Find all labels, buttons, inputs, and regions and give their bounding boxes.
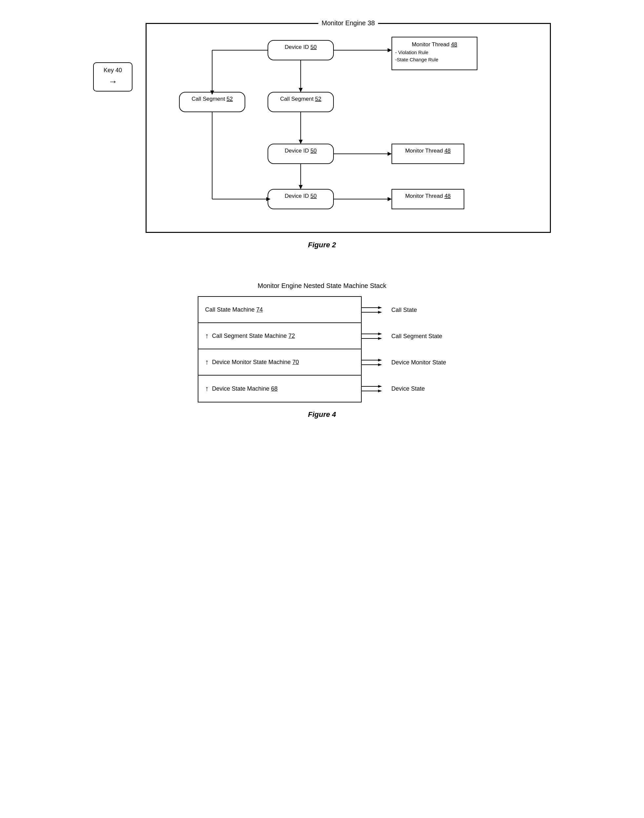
svg-marker-45 (378, 359, 382, 361)
state-label-call-state: Call State (388, 297, 446, 323)
double-arrow-svg-3 (362, 358, 388, 367)
figure4-container: Monitor Engine Nested State Machine Stac… (20, 282, 624, 419)
figure2-main: Key 40 → Monitor Engine 38 Device ID 50 … (93, 23, 551, 233)
svg-marker-49 (378, 385, 382, 388)
up-arrow-icon-72: ↑ (205, 331, 209, 340)
call-segment-state-label: Call Segment State (391, 333, 442, 340)
svg-text:- Violation Rule: - Violation Rule (395, 49, 428, 55)
call-segment-state-machine-label: Call Segment State Machine 72 (212, 333, 295, 339)
svg-text:Monitor Thread 48: Monitor Thread 48 (412, 41, 457, 48)
svg-text:-State Change Rule: -State Change Rule (395, 57, 439, 62)
svg-rect-4 (268, 92, 333, 112)
svg-text:Device ID 50: Device ID 50 (285, 44, 316, 50)
svg-text:Device ID 50: Device ID 50 (285, 147, 316, 154)
svg-marker-39 (378, 311, 382, 313)
svg-text:Monitor Thread 48: Monitor Thread 48 (405, 147, 451, 154)
svg-marker-3 (299, 88, 303, 92)
svg-rect-12 (268, 189, 333, 209)
svg-rect-14 (179, 92, 245, 112)
call-state-label: Call State (391, 307, 417, 313)
svg-marker-11 (299, 185, 303, 189)
svg-rect-0 (268, 40, 333, 60)
svg-marker-33 (388, 197, 392, 201)
device-state-machine-label: Device State Machine 68 (212, 385, 278, 392)
call-state-machine-label: Call State Machine 74 (205, 306, 263, 313)
double-arrow-2 (362, 323, 388, 349)
svg-marker-43 (378, 337, 382, 340)
svg-marker-51 (378, 390, 382, 392)
double-arrow-svg-2 (362, 331, 388, 341)
svg-text:Monitor Thread 48: Monitor Thread 48 (405, 193, 451, 199)
stack-row-device-monitor-state-machine: ↑ Device Monitor State Machine 70 (198, 349, 361, 376)
key-box: Key 40 → (93, 62, 132, 92)
call-state-machine-num: 74 (256, 306, 263, 313)
svg-marker-29 (388, 152, 392, 156)
device-monitor-state-machine-num: 70 (293, 359, 299, 365)
device-monitor-state-machine-label: Device Monitor State Machine 70 (212, 359, 299, 366)
double-arrow-svg-4 (362, 384, 388, 394)
monitor-engine-box: Monitor Engine 38 Device ID 50 Call Segm… (146, 23, 551, 233)
key-label: Key 40 (104, 67, 122, 74)
double-arrow-3 (362, 349, 388, 376)
svg-marker-47 (378, 364, 382, 366)
device-state-machine-num: 68 (271, 385, 278, 392)
state-labels-column: Call State Call Segment State Device Mon… (388, 297, 446, 402)
figure2-diagram-svg: Device ID 50 Call Segment 52 Device ID 5… (160, 34, 537, 218)
device-state-label: Device State (391, 385, 425, 392)
monitor-engine-title: Monitor Engine 38 (318, 19, 378, 27)
key-arrow-icon: → (108, 77, 117, 87)
state-machine-stack: Call State Machine 74 ↑ Call Segment Sta… (198, 296, 362, 402)
svg-marker-23 (388, 48, 392, 52)
figure2-container: Key 40 → Monitor Engine 38 Device ID 50 … (20, 23, 624, 249)
svg-marker-41 (378, 333, 382, 335)
state-label-device-monitor-state: Device Monitor State (388, 349, 446, 376)
double-arrow-4 (362, 376, 388, 402)
device-monitor-state-label: Device Monitor State (391, 359, 446, 366)
state-label-call-segment-state: Call Segment State (388, 323, 446, 349)
state-label-device-state: Device State (388, 376, 446, 402)
call-segment-state-machine-num: 72 (288, 333, 295, 339)
up-arrow-icon-70: ↑ (205, 358, 209, 366)
stack-row-call-segment-state-machine: ↑ Call Segment State Machine 72 (198, 323, 361, 349)
svg-rect-8 (268, 144, 333, 164)
stack-row-device-state-machine: ↑ Device State Machine 68 (198, 376, 361, 402)
double-arrow-svg-1 (362, 305, 388, 315)
figure4-stack-title: Monitor Engine Nested State Machine Stac… (258, 282, 386, 290)
svg-text:Call Segment 52: Call Segment 52 (280, 96, 321, 102)
svg-rect-34 (392, 189, 464, 209)
svg-text:Device ID 50: Device ID 50 (285, 193, 316, 199)
svg-marker-37 (378, 306, 382, 309)
svg-rect-30 (392, 144, 464, 164)
figure4-main: Call State Machine 74 ↑ Call Segment Sta… (198, 296, 446, 402)
stack-row-call-state-machine: Call State Machine 74 (198, 297, 361, 323)
svg-marker-7 (299, 140, 303, 144)
double-arrow-1 (362, 297, 388, 323)
figure4-caption: Figure 4 (308, 410, 336, 419)
double-arrows-column (362, 297, 388, 402)
up-arrow-icon-68: ↑ (205, 384, 209, 393)
svg-text:Call Segment 52: Call Segment 52 (192, 96, 233, 102)
figure2-caption: Figure 2 (308, 241, 336, 249)
